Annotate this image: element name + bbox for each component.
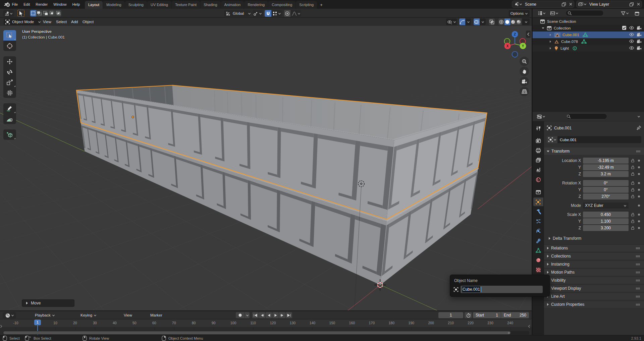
animate-dot[interactable] xyxy=(638,189,640,191)
panel-custom-properties[interactable]: Custom Properties xyxy=(544,301,644,308)
sidebar-collapse-arrow[interactable] xyxy=(526,31,531,38)
gizmos-dropdown[interactable] xyxy=(466,18,471,25)
new-collection-button[interactable] xyxy=(633,10,642,16)
timeline-menu-marker[interactable]: Marker xyxy=(150,311,162,319)
row-label[interactable]: Cube.001 xyxy=(562,33,579,37)
lock-button[interactable] xyxy=(631,181,635,186)
timeline-ruler[interactable]: -101020304050607080901001101201301401501… xyxy=(0,320,532,327)
viewport-menu-object[interactable]: Object xyxy=(83,18,94,26)
field-value[interactable]: 1.100 xyxy=(583,218,629,224)
properties-tab-tool[interactable] xyxy=(533,124,543,133)
add-workspace-button[interactable]: + xyxy=(317,1,325,9)
rotation-mode-dropdown[interactable]: XYZ Euler xyxy=(583,203,629,209)
tool-add-cube[interactable] xyxy=(3,129,16,140)
outliner-row-light[interactable]: Light xyxy=(533,45,644,52)
tool-select-box[interactable] xyxy=(3,30,16,41)
panel-visibility[interactable]: Visibility xyxy=(544,277,644,284)
pin-button[interactable] xyxy=(637,125,641,131)
transport-prev-key-button[interactable] xyxy=(259,312,265,318)
snap-settings-dropdown[interactable] xyxy=(272,10,282,17)
timeline-scrollbar-thumb[interactable] xyxy=(3,331,511,334)
toggle-camera[interactable] xyxy=(637,26,642,31)
properties-tab-modifiers[interactable] xyxy=(533,207,543,216)
animate-dot[interactable] xyxy=(638,173,640,175)
lock-button[interactable] xyxy=(631,165,635,170)
object-id-browse[interactable] xyxy=(547,136,557,143)
shading-dropdown[interactable] xyxy=(522,18,530,25)
lock-button[interactable] xyxy=(631,172,635,177)
shading-rendered-button[interactable] xyxy=(516,18,522,25)
properties-tab-scene[interactable] xyxy=(533,166,543,174)
pivot-point-dropdown[interactable] xyxy=(253,10,263,17)
object-type-visibility-dropdown[interactable] xyxy=(446,18,457,25)
field-value[interactable]: 3.2 m xyxy=(583,171,629,177)
transport-jump-start-button[interactable] xyxy=(252,312,259,318)
scene-name[interactable]: Scene xyxy=(523,2,560,7)
current-frame-field[interactable]: 1 xyxy=(438,312,463,318)
toggle-eye[interactable] xyxy=(629,33,634,37)
properties-tab-physics[interactable] xyxy=(533,227,543,235)
workspace-tab-compositing[interactable]: Compositing xyxy=(268,1,296,9)
select-mode-extend[interactable] xyxy=(36,10,42,16)
shading-solid-button[interactable] xyxy=(504,18,510,25)
row-label[interactable]: Collection xyxy=(554,26,571,30)
properties-tab-world[interactable] xyxy=(533,175,543,184)
outliner-row-scene-collection[interactable]: Scene Collection xyxy=(533,18,644,25)
lock-button[interactable] xyxy=(631,187,635,192)
frame-end-field[interactable]: End250 xyxy=(501,312,529,318)
view-layer-copy-button[interactable] xyxy=(628,2,635,7)
transport-next-key-button[interactable] xyxy=(279,312,285,318)
outliner-row-collection[interactable]: Collection xyxy=(533,25,644,32)
menu-window[interactable]: Window xyxy=(51,0,69,9)
properties-tab-object-data[interactable] xyxy=(533,246,543,255)
gizmos-toggle[interactable] xyxy=(459,18,465,25)
properties-tab-view-layer[interactable] xyxy=(533,156,543,165)
tool-move[interactable] xyxy=(3,56,16,67)
workspace-tab-rendering[interactable]: Rendering xyxy=(244,1,268,9)
properties-tab-particles[interactable] xyxy=(533,217,543,226)
properties-tab-render[interactable] xyxy=(533,136,543,145)
viewport-menu-add[interactable]: Add xyxy=(71,18,78,26)
expand-toggle[interactable] xyxy=(541,26,545,30)
field-value[interactable]: 3.200 xyxy=(583,225,629,231)
shading-wireframe-button[interactable] xyxy=(498,18,504,25)
tool-transform[interactable] xyxy=(3,88,16,98)
use-preview-range-toggle[interactable] xyxy=(465,312,472,318)
row-label[interactable]: Scene Collection xyxy=(547,19,576,23)
toggle-eye[interactable] xyxy=(629,39,634,44)
workspace-tab-texture-paint[interactable]: Texture Paint xyxy=(172,1,200,9)
auto-keying-toggle[interactable] xyxy=(236,312,245,318)
row-label[interactable]: Light xyxy=(560,46,569,50)
transport-play-button[interactable] xyxy=(272,312,279,318)
timeline-menu-keying[interactable]: Keying xyxy=(80,311,97,319)
properties-tab-object[interactable] xyxy=(533,197,543,206)
lock-button[interactable] xyxy=(631,226,635,231)
field-value[interactable]: -32.49 m xyxy=(583,164,629,170)
panel-motion-paths[interactable]: Motion Paths xyxy=(544,269,644,276)
panel-relations[interactable]: Relations xyxy=(544,244,644,251)
proportional-falloff-dropdown[interactable] xyxy=(291,10,301,17)
outliner-row-cube-001[interactable]: Cube.001 xyxy=(533,32,644,38)
proportional-editing-toggle[interactable] xyxy=(284,10,290,17)
auto-keying-dropdown[interactable] xyxy=(245,312,250,318)
expand-toggle[interactable] xyxy=(549,40,552,43)
menu-edit[interactable]: Edit xyxy=(21,0,33,9)
workspace-tab-modeling[interactable]: Modeling xyxy=(103,1,125,9)
tool-cursor-3d[interactable] xyxy=(3,41,16,51)
toggle-camera[interactable] xyxy=(637,46,642,51)
mode-dropdown[interactable]: Object Mode xyxy=(4,18,40,25)
lock-button[interactable] xyxy=(631,219,635,224)
expand-toggle[interactable] xyxy=(549,47,552,50)
field-value[interactable]: 0.450 xyxy=(583,212,629,218)
shading-material-button[interactable] xyxy=(510,18,516,25)
frame-start-field[interactable]: Start1 xyxy=(473,312,501,318)
toggle-eye[interactable] xyxy=(629,46,634,51)
lock-button[interactable] xyxy=(631,158,635,163)
subpanel-delta-transform[interactable]: Delta Transform xyxy=(549,236,581,241)
panel-collections[interactable]: Collections xyxy=(544,252,644,260)
active-tool-button[interactable] xyxy=(17,10,24,17)
properties-options[interactable] xyxy=(635,113,642,120)
select-mode-intersect[interactable] xyxy=(55,10,61,16)
playhead-frame-label[interactable]: 1 xyxy=(34,320,41,325)
expand-toggle[interactable] xyxy=(549,33,552,37)
